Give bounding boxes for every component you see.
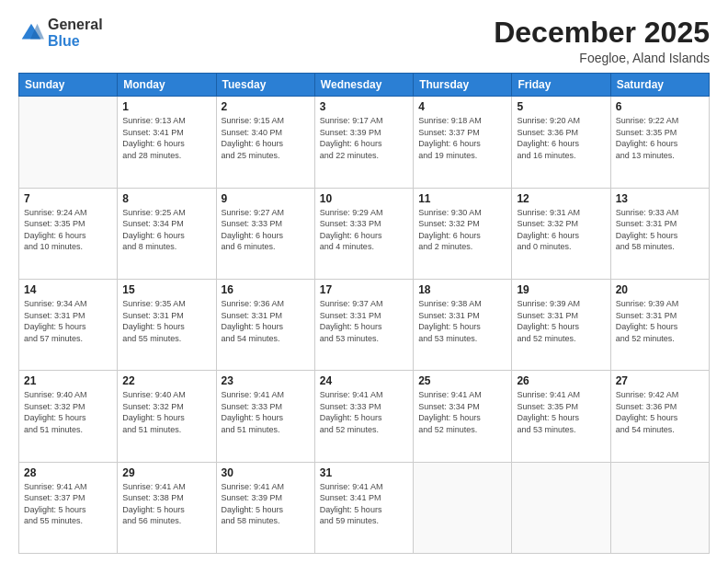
day-number: 4: [418, 100, 506, 113]
day-number: 20: [616, 283, 704, 296]
day-info: Sunrise: 9:33 AM Sunset: 3:31 PM Dayligh…: [616, 207, 704, 253]
day-info: Sunrise: 9:40 AM Sunset: 3:32 PM Dayligh…: [24, 389, 112, 435]
day-info: Sunrise: 9:18 AM Sunset: 3:37 PM Dayligh…: [418, 115, 506, 161]
day-info: Sunrise: 9:35 AM Sunset: 3:31 PM Dayligh…: [122, 298, 210, 344]
table-row: 6Sunrise: 9:22 AM Sunset: 3:35 PM Daylig…: [610, 97, 709, 188]
table-row: 14Sunrise: 9:34 AM Sunset: 3:31 PM Dayli…: [19, 279, 118, 370]
table-row: 27Sunrise: 9:42 AM Sunset: 3:36 PM Dayli…: [610, 371, 709, 462]
day-info: Sunrise: 9:22 AM Sunset: 3:35 PM Dayligh…: [616, 115, 704, 161]
header: General Blue December 2025 Foegloe, Alan…: [18, 17, 710, 65]
day-number: 15: [122, 283, 210, 296]
title-block: December 2025 Foegloe, Aland Islands: [494, 17, 710, 65]
day-number: 16: [222, 283, 310, 296]
table-row: 28Sunrise: 9:41 AM Sunset: 3:37 PM Dayli…: [19, 462, 118, 553]
day-number: 10: [320, 192, 408, 205]
table-row: 29Sunrise: 9:41 AM Sunset: 3:38 PM Dayli…: [118, 462, 216, 553]
day-number: 18: [418, 283, 506, 296]
day-number: 14: [24, 283, 112, 296]
logo-general-text: General: [48, 17, 103, 33]
day-info: Sunrise: 9:41 AM Sunset: 3:39 PM Dayligh…: [222, 481, 310, 527]
day-info: Sunrise: 9:40 AM Sunset: 3:32 PM Dayligh…: [122, 389, 210, 435]
day-number: 13: [616, 192, 704, 205]
day-info: Sunrise: 9:42 AM Sunset: 3:36 PM Dayligh…: [616, 389, 704, 435]
day-info: Sunrise: 9:15 AM Sunset: 3:40 PM Dayligh…: [222, 115, 310, 161]
table-row: 12Sunrise: 9:31 AM Sunset: 3:32 PM Dayli…: [512, 188, 610, 279]
day-number: 29: [122, 466, 210, 479]
table-row: 24Sunrise: 9:41 AM Sunset: 3:33 PM Dayli…: [314, 371, 413, 462]
day-number: 24: [320, 374, 408, 387]
day-info: Sunrise: 9:37 AM Sunset: 3:31 PM Dayligh…: [320, 298, 408, 344]
table-row: 21Sunrise: 9:40 AM Sunset: 3:32 PM Dayli…: [19, 371, 118, 462]
table-row: 31Sunrise: 9:41 AM Sunset: 3:41 PM Dayli…: [314, 462, 413, 553]
table-row: 11Sunrise: 9:30 AM Sunset: 3:32 PM Dayli…: [414, 188, 512, 279]
logo-blue-text: Blue: [48, 33, 103, 50]
day-number: 17: [320, 283, 408, 296]
day-info: Sunrise: 9:39 AM Sunset: 3:31 PM Dayligh…: [616, 298, 704, 344]
header-thursday: Thursday: [414, 74, 512, 97]
day-number: 30: [222, 466, 310, 479]
calendar-header-row: Sunday Monday Tuesday Wednesday Thursday…: [19, 74, 710, 97]
day-info: Sunrise: 9:41 AM Sunset: 3:33 PM Dayligh…: [320, 389, 408, 435]
table-row: 3Sunrise: 9:17 AM Sunset: 3:39 PM Daylig…: [314, 97, 413, 188]
table-row: 9Sunrise: 9:27 AM Sunset: 3:33 PM Daylig…: [216, 188, 314, 279]
day-info: Sunrise: 9:41 AM Sunset: 3:38 PM Dayligh…: [122, 481, 210, 527]
calendar-week-row: 14Sunrise: 9:34 AM Sunset: 3:31 PM Dayli…: [19, 279, 710, 370]
table-row: 26Sunrise: 9:41 AM Sunset: 3:35 PM Dayli…: [512, 371, 610, 462]
day-info: Sunrise: 9:41 AM Sunset: 3:35 PM Dayligh…: [517, 389, 605, 435]
day-number: 28: [24, 466, 112, 479]
day-info: Sunrise: 9:27 AM Sunset: 3:33 PM Dayligh…: [222, 207, 310, 253]
table-row: 2Sunrise: 9:15 AM Sunset: 3:40 PM Daylig…: [216, 97, 314, 188]
calendar-week-row: 7Sunrise: 9:24 AM Sunset: 3:35 PM Daylig…: [19, 188, 710, 279]
table-row: 23Sunrise: 9:41 AM Sunset: 3:33 PM Dayli…: [216, 371, 314, 462]
day-info: Sunrise: 9:13 AM Sunset: 3:41 PM Dayligh…: [122, 115, 210, 161]
table-row: 30Sunrise: 9:41 AM Sunset: 3:39 PM Dayli…: [216, 462, 314, 553]
table-row: 25Sunrise: 9:41 AM Sunset: 3:34 PM Dayli…: [414, 371, 512, 462]
table-row: 15Sunrise: 9:35 AM Sunset: 3:31 PM Dayli…: [118, 279, 216, 370]
logo: General Blue: [18, 17, 103, 49]
header-tuesday: Tuesday: [216, 74, 314, 97]
day-number: 6: [616, 100, 704, 113]
day-number: 31: [320, 466, 408, 479]
day-info: Sunrise: 9:41 AM Sunset: 3:33 PM Dayligh…: [222, 389, 310, 435]
header-monday: Monday: [118, 74, 216, 97]
header-friday: Friday: [512, 74, 610, 97]
table-row: 18Sunrise: 9:38 AM Sunset: 3:31 PM Dayli…: [414, 279, 512, 370]
day-number: 7: [24, 192, 112, 205]
table-row: 16Sunrise: 9:36 AM Sunset: 3:31 PM Dayli…: [216, 279, 314, 370]
day-number: 25: [418, 374, 506, 387]
day-info: Sunrise: 9:39 AM Sunset: 3:31 PM Dayligh…: [517, 298, 605, 344]
logo-icon: [18, 20, 44, 46]
day-info: Sunrise: 9:41 AM Sunset: 3:34 PM Dayligh…: [418, 389, 506, 435]
day-info: Sunrise: 9:30 AM Sunset: 3:32 PM Dayligh…: [418, 207, 506, 253]
header-saturday: Saturday: [610, 74, 709, 97]
table-row: [610, 462, 709, 553]
day-info: Sunrise: 9:38 AM Sunset: 3:31 PM Dayligh…: [418, 298, 506, 344]
table-row: [19, 97, 118, 188]
day-number: 12: [517, 192, 605, 205]
table-row: 19Sunrise: 9:39 AM Sunset: 3:31 PM Dayli…: [512, 279, 610, 370]
calendar-table: Sunday Monday Tuesday Wednesday Thursday…: [18, 73, 710, 554]
table-row: 17Sunrise: 9:37 AM Sunset: 3:31 PM Dayli…: [314, 279, 413, 370]
day-info: Sunrise: 9:34 AM Sunset: 3:31 PM Dayligh…: [24, 298, 112, 344]
day-info: Sunrise: 9:36 AM Sunset: 3:31 PM Dayligh…: [222, 298, 310, 344]
table-row: [414, 462, 512, 553]
month-title: December 2025: [494, 17, 710, 49]
day-info: Sunrise: 9:17 AM Sunset: 3:39 PM Dayligh…: [320, 115, 408, 161]
logo-text: General Blue: [48, 17, 103, 49]
table-row: 1Sunrise: 9:13 AM Sunset: 3:41 PM Daylig…: [118, 97, 216, 188]
day-number: 2: [222, 100, 310, 113]
table-row: 4Sunrise: 9:18 AM Sunset: 3:37 PM Daylig…: [414, 97, 512, 188]
day-info: Sunrise: 9:24 AM Sunset: 3:35 PM Dayligh…: [24, 207, 112, 253]
day-info: Sunrise: 9:20 AM Sunset: 3:36 PM Dayligh…: [517, 115, 605, 161]
day-number: 21: [24, 374, 112, 387]
location-subtitle: Foegloe, Aland Islands: [494, 51, 710, 65]
day-info: Sunrise: 9:29 AM Sunset: 3:33 PM Dayligh…: [320, 207, 408, 253]
day-number: 9: [222, 192, 310, 205]
day-number: 27: [616, 374, 704, 387]
table-row: 13Sunrise: 9:33 AM Sunset: 3:31 PM Dayli…: [610, 188, 709, 279]
day-number: 8: [122, 192, 210, 205]
table-row: 20Sunrise: 9:39 AM Sunset: 3:31 PM Dayli…: [610, 279, 709, 370]
day-number: 3: [320, 100, 408, 113]
page: General Blue December 2025 Foegloe, Alan…: [0, 0, 728, 563]
table-row: 5Sunrise: 9:20 AM Sunset: 3:36 PM Daylig…: [512, 97, 610, 188]
